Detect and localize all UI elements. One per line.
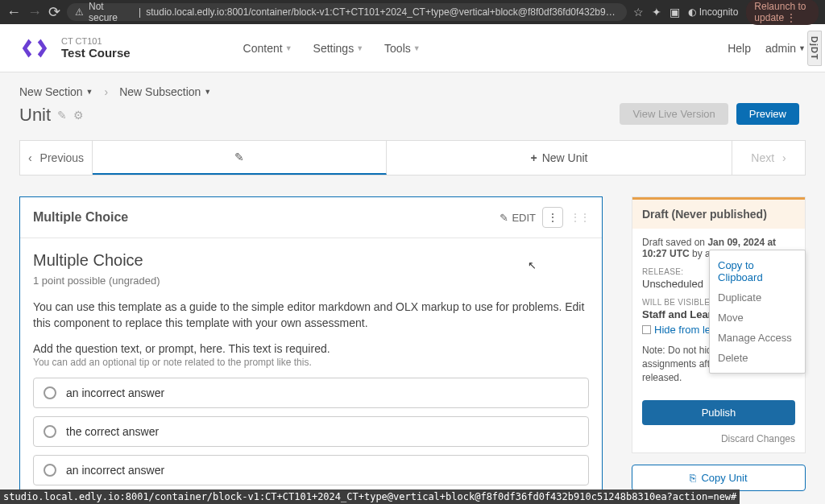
star-icon[interactable]: ☆ xyxy=(633,6,644,19)
answer-option[interactable]: an incorrect answer xyxy=(33,455,589,485)
help-link[interactable]: Help xyxy=(728,42,751,55)
menu-move[interactable]: Move xyxy=(710,308,805,328)
points-label: 1 point possible (ungraded) xyxy=(33,275,589,287)
chevron-down-icon: ▼ xyxy=(86,88,93,96)
problem-title: Multiple Choice xyxy=(33,251,589,270)
radio-icon[interactable] xyxy=(44,386,56,399)
relaunch-button[interactable]: Relaunch to update ⋮ xyxy=(746,0,819,25)
answer-label: an incorrect answer xyxy=(66,386,164,399)
answer-label: an incorrect answer xyxy=(66,464,164,477)
component-dropdown: Copy to Clipboard Duplicate Move Manage … xyxy=(709,250,806,374)
breadcrumb-subsection[interactable]: New Subsection ▼ xyxy=(119,85,211,98)
radio-icon[interactable] xyxy=(44,464,56,477)
radio-icon[interactable] xyxy=(44,425,56,438)
url-bar[interactable]: ⚠ Not secure | studio.local.edly.io:8001… xyxy=(67,3,627,21)
tab-new-unit[interactable]: +New Unit xyxy=(387,141,732,175)
chevron-right-icon: › xyxy=(782,151,786,164)
drag-handle-icon[interactable]: ⋮⋮ xyxy=(570,211,589,224)
menu-delete[interactable]: Delete xyxy=(710,348,805,368)
djdt-tab[interactable]: DjDT xyxy=(807,31,822,66)
publish-status: Draft (Never published) xyxy=(632,197,805,229)
extensions-icon[interactable]: ✦ xyxy=(652,6,661,19)
chevron-down-icon: ▼ xyxy=(356,44,363,52)
problem-tip: You can add an optional tip or note rela… xyxy=(33,357,589,368)
reload-icon[interactable]: ⟳ xyxy=(48,3,60,21)
settings-gear-icon[interactable]: ⚙ xyxy=(73,109,84,122)
profile-icon[interactable]: ▣ xyxy=(670,6,680,19)
menu-copy-clipboard[interactable]: Copy to Clipboard xyxy=(710,255,805,287)
edit-title-icon[interactable]: ✎ xyxy=(57,109,67,122)
course-code: CT CT101 xyxy=(61,36,131,46)
edit-icon: ✎ xyxy=(234,151,244,163)
tab-next[interactable]: Next› xyxy=(732,141,805,175)
page-title: Unit xyxy=(19,105,51,126)
component-title: Multiple Choice xyxy=(33,210,128,225)
pencil-icon: ✎ xyxy=(500,212,508,224)
copy-unit-button[interactable]: ⎘Copy Unit xyxy=(632,465,806,491)
insecure-icon: ⚠ xyxy=(75,6,84,18)
view-live-button: View Live Version xyxy=(620,103,728,125)
tab-previous[interactable]: ‹Previous xyxy=(20,141,93,175)
forward-icon: → xyxy=(27,4,42,21)
unit-nav-tabs: ‹Previous ✎ +New Unit Next› xyxy=(19,140,806,176)
discard-changes-link[interactable]: Discard Changes xyxy=(632,428,805,452)
chevron-down-icon: ▼ xyxy=(413,44,421,52)
course-name: Test Course xyxy=(61,46,131,60)
component-menu-button[interactable]: ⋮ xyxy=(542,207,563,228)
nav-tools[interactable]: Tools▼ xyxy=(384,42,421,55)
incognito-badge: ◐ Incognito xyxy=(688,6,739,18)
main-nav: Content▼ Settings▼ Tools▼ xyxy=(243,42,421,55)
chevron-down-icon: ▼ xyxy=(204,88,211,96)
url-text: studio.local.edly.io:8001/container/bloc… xyxy=(146,6,618,18)
logo[interactable]: CT CT101 Test Course xyxy=(19,33,131,64)
answer-label: the correct answer xyxy=(66,425,159,438)
edit-button[interactable]: ✎EDIT xyxy=(500,212,536,224)
checkbox-icon[interactable] xyxy=(642,325,651,334)
incognito-icon: ◐ xyxy=(688,6,696,18)
breadcrumb-section[interactable]: New Section ▼ xyxy=(19,85,93,98)
browser-right-icons: ☆ ✦ ▣ ◐ Incognito Relaunch to update ⋮ xyxy=(633,0,819,25)
component-card: Multiple Choice ✎EDIT ⋮ ⋮⋮ Multiple Choi… xyxy=(19,196,603,504)
tab-current[interactable]: ✎ xyxy=(93,141,387,175)
insecure-label: Not secure xyxy=(89,1,134,23)
problem-description: You can use this template as a guide to … xyxy=(33,300,589,331)
menu-manage-access[interactable]: Manage Access xyxy=(710,328,805,348)
plus-icon: + xyxy=(531,151,537,164)
menu-duplicate[interactable]: Duplicate xyxy=(710,287,805,308)
status-bar-url: studio.local.edly.io:8001/container/bloc… xyxy=(0,490,740,504)
nav-content[interactable]: Content▼ xyxy=(243,42,292,55)
chevron-left-icon: ‹ xyxy=(28,151,32,164)
preview-button[interactable]: Preview xyxy=(736,103,799,125)
chevron-right-icon: › xyxy=(105,85,109,98)
answer-option[interactable]: the correct answer xyxy=(33,416,589,447)
chevron-down-icon: ▼ xyxy=(798,44,806,52)
app-header: CT CT101 Test Course Content▼ Settings▼ … xyxy=(0,24,825,72)
chevron-down-icon: ▼ xyxy=(285,44,292,52)
browser-chrome: ← → ⟳ ⚠ Not secure | studio.local.edly.i… xyxy=(0,0,825,24)
back-icon[interactable]: ← xyxy=(6,4,21,21)
logo-icon xyxy=(19,33,50,64)
answer-option[interactable]: an incorrect answer xyxy=(33,378,589,408)
breadcrumb: New Section ▼ › New Subsection ▼ xyxy=(19,85,806,98)
problem-prompt: Add the question text, or prompt, here. … xyxy=(33,342,589,355)
admin-menu[interactable]: admin▼ xyxy=(765,42,806,55)
publish-button[interactable]: Publish xyxy=(642,400,795,425)
nav-settings[interactable]: Settings▼ xyxy=(313,42,364,55)
copy-icon: ⎘ xyxy=(690,472,696,484)
